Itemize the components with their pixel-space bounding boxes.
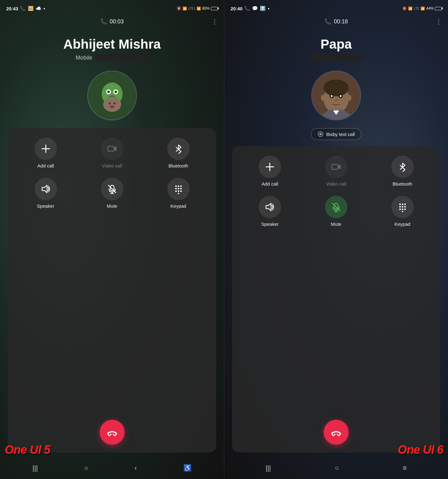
svg-line-49 — [400, 167, 403, 170]
nav-recent-right[interactable]: ≡ — [403, 464, 407, 472]
avatar-container-right — [224, 64, 448, 123]
keypad-label-left: Keypad — [170, 203, 186, 209]
end-call-container-right — [238, 414, 434, 445]
speaker-label-left: Speaker — [37, 203, 55, 209]
avatar-image-left — [88, 71, 136, 119]
video-call-label-left: Video call — [102, 163, 122, 168]
bluetooth-icon-right — [398, 162, 407, 172]
contact-info-left: Abhijeet Mishra Mobile — [0, 27, 224, 64]
svg-point-61 — [399, 209, 401, 210]
whatsapp-icon-right: 💬 — [252, 6, 258, 11]
video-call-btn-left[interactable]: Video call — [80, 138, 144, 168]
bixby-icon — [317, 131, 324, 137]
bluetooth-btn-right[interactable]: Bluetooth — [371, 156, 434, 186]
call-duration-right: 00:18 — [334, 18, 348, 25]
gallery-icon-left: 🖼️ — [28, 6, 34, 11]
svg-point-59 — [402, 206, 403, 208]
call-phone-icon-left: 📞 — [100, 18, 107, 25]
menu-dots-left[interactable]: ⋮ — [212, 18, 218, 25]
plus-icon-left — [41, 144, 51, 154]
battery-text-left: 80% — [202, 6, 210, 11]
call-timer-left: 📞 00:03 — [100, 18, 124, 25]
status-right-right: 🔇 📶 LTE 📶 44% — [402, 6, 442, 11]
bluetooth-label-left: Bluetooth — [169, 163, 188, 168]
signal-icon-left: 📶 — [183, 7, 187, 11]
nav-lines-right[interactable]: ||| — [265, 464, 271, 472]
status-right-left: 🔇 📶 LTE1 📶 80% — [177, 6, 218, 11]
status-left-right: 20:40 📞 💬 ⬆️ • — [231, 6, 269, 11]
video-call-btn-right[interactable]: Video call — [305, 156, 368, 186]
speaker-icon-left — [41, 184, 51, 194]
call-timer-right: 📞 00:18 — [324, 18, 348, 25]
call-phone-icon-right: 📞 — [324, 18, 331, 25]
keypad-icon-right — [398, 202, 407, 212]
svg-point-25 — [175, 188, 177, 190]
bixby-btn[interactable]: Bixby text call — [311, 128, 361, 140]
mute-icon-left: 🔇 — [177, 6, 181, 11]
mute-btn-left[interactable]: Mute — [80, 178, 144, 209]
contact-type-left: Mobile — [76, 55, 92, 61]
battery-text-right: 44% — [426, 6, 434, 11]
contact-type-row-left: Mobile — [76, 54, 148, 61]
video-call-label-right: Video call — [326, 181, 346, 186]
end-call-icon-left — [107, 427, 118, 438]
avatar-right — [311, 70, 361, 120]
add-call-icon-left — [35, 138, 57, 160]
svg-point-30 — [180, 191, 182, 192]
nav-lines-left[interactable]: ||| — [32, 464, 38, 472]
contact-info-right: Papa — [224, 27, 448, 64]
controls-grid-right: Add call Video call — [238, 156, 434, 227]
add-call-icon-right — [259, 156, 281, 178]
svg-point-10 — [110, 106, 114, 108]
speaker-btn-left[interactable]: Speaker — [14, 178, 77, 209]
svg-point-63 — [404, 209, 406, 210]
avatar-svg-left — [88, 70, 136, 120]
svg-rect-13 — [108, 146, 114, 151]
svg-point-31 — [178, 193, 179, 194]
bottom-nav-left: ||| ○ ‹ ♿ — [0, 457, 224, 479]
nav-home-left[interactable]: ○ — [84, 464, 88, 472]
signal2-icon-right: 📶 — [421, 7, 425, 11]
svg-point-40 — [321, 95, 325, 101]
speaker-icon-right — [265, 202, 275, 212]
nav-back-left[interactable]: ‹ — [135, 464, 137, 472]
svg-point-64 — [402, 211, 403, 212]
left-phone-screen: 20:43 📞 🖼️ ☁️ • 🔇 📶 LTE1 📶 80% 📞 00:03 ⋮ — [0, 0, 224, 479]
video-icon-left — [107, 144, 117, 154]
end-call-btn-right[interactable] — [324, 420, 349, 445]
contact-type-row-right — [310, 54, 363, 61]
add-call-btn-left[interactable]: Add call — [14, 138, 77, 168]
svg-point-56 — [402, 204, 403, 205]
cloud-icon-left: ☁️ — [36, 6, 41, 11]
dot-icon-left: • — [43, 6, 45, 11]
contact-name-left: Abhijeet Mishra — [63, 37, 161, 52]
avatar-svg-right — [312, 70, 360, 120]
svg-point-41 — [347, 95, 351, 101]
svg-point-22 — [175, 186, 177, 187]
dot-icon-right: • — [268, 6, 269, 11]
controls-panel-right: Add call Video call — [232, 146, 440, 452]
video-call-icon-left — [101, 138, 123, 160]
controls-panel-left: Add call Video call — [8, 128, 216, 452]
bluetooth-btn-left[interactable]: Bluetooth — [147, 138, 210, 168]
mute-icon-right — [331, 202, 341, 212]
right-phone-screen: 20:40 📞 💬 ⬆️ • 🔇 📶 LTE 📶 44% 📞 00:18 ⋮ — [224, 0, 448, 479]
status-bar-right: 20:40 📞 💬 ⬆️ • 🔇 📶 LTE 📶 44% — [224, 0, 448, 16]
signal2-icon-left: 📶 — [197, 7, 201, 11]
svg-point-38 — [340, 95, 342, 97]
svg-marker-17 — [42, 185, 47, 193]
mute-icon-circle-left — [101, 178, 123, 200]
menu-dots-right[interactable]: ⋮ — [436, 18, 442, 25]
svg-point-23 — [178, 186, 179, 187]
nav-accessibility-left[interactable]: ♿ — [183, 464, 192, 472]
controls-grid-left: Add call Video call — [14, 138, 210, 209]
end-call-btn-left[interactable] — [100, 420, 125, 445]
add-call-btn-right[interactable]: Add call — [238, 156, 302, 186]
keypad-btn-left[interactable]: Keypad — [147, 178, 210, 209]
mute-btn-right[interactable]: Mute — [305, 196, 368, 227]
nav-home-right[interactable]: ○ — [335, 464, 339, 472]
mute-label-left: Mute — [107, 203, 117, 209]
speaker-btn-right[interactable]: Speaker — [238, 196, 302, 227]
keypad-btn-right[interactable]: Keypad — [371, 196, 434, 227]
svg-marker-50 — [266, 203, 271, 211]
